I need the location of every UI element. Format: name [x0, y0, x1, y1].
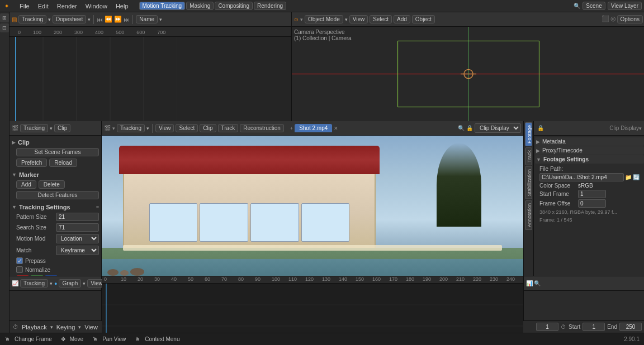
playback-editor-icon: ⏱ [13, 324, 18, 330]
clip-tab-close[interactable]: ✕ [334, 126, 338, 131]
sidebar-icon-1[interactable]: ⊞ [0, 13, 9, 22]
dopesheet-ruler: 0 100 200 300 400 500 600 700 [10, 27, 291, 37]
cv-clip-menu[interactable]: Clip [200, 124, 216, 132]
tracking-dropdown[interactable]: Tracking [18, 15, 46, 23]
clip-section-header[interactable]: ▶ Clip [12, 138, 99, 147]
dope-icon-next2[interactable]: ⏩ [114, 16, 122, 23]
playback-menu-btn[interactable]: Playback [21, 323, 48, 331]
menu-window[interactable]: Window [82, 2, 111, 11]
clip-tab-add[interactable]: + [290, 126, 293, 131]
tracking-settings-header[interactable]: ▼ Tracking Settings ≡ [12, 203, 99, 212]
stab-tabs-bar: Footage Track Stabilization Annotation [523, 121, 533, 276]
reload-btn[interactable]: Reload [49, 159, 77, 167]
end-frame-pb-input[interactable] [619, 323, 642, 331]
add-menu-btn[interactable]: Add [394, 15, 410, 23]
stab-tab-stabilization[interactable]: Stabilization [525, 166, 532, 199]
dope-icon-next[interactable]: ⏭ [124, 16, 130, 23]
cv-view-menu[interactable]: View [155, 124, 174, 132]
dope-icon-prev[interactable]: ⏮ [97, 16, 103, 23]
object-mode-btn[interactable]: Object Mode [305, 15, 343, 23]
svg-rect-19 [102, 284, 523, 333]
start-frame-pb-input[interactable] [583, 323, 605, 331]
view-menu-pb-btn[interactable]: View [83, 323, 99, 331]
stab-tab-track[interactable]: Track [525, 147, 532, 165]
menu-file[interactable]: File [16, 2, 34, 11]
dopesheet-arrow: ▾ [88, 17, 91, 22]
object-menu-btn[interactable]: Object [412, 15, 435, 23]
clip-display-dropdown[interactable]: Clip Display [475, 123, 521, 133]
detect-features-row: Detect Features [16, 190, 99, 200]
scene-name[interactable]: Scene [583, 2, 605, 10]
gr-130: 130 [322, 276, 339, 282]
select-menu-btn[interactable]: Select [370, 15, 392, 23]
status-bar: 🖱 Change Frame ✥ Move 🖱 Pan View 🖱 Conte… [0, 333, 644, 345]
clip-tracking-label[interactable]: Tracking [117, 124, 145, 132]
pb-timer-icon[interactable]: ⏱ [561, 324, 566, 330]
gr-icon1[interactable]: 📊 [526, 280, 533, 286]
gr-140: 140 [339, 276, 356, 282]
pattern-size-input[interactable] [56, 213, 99, 221]
end-label: End [607, 324, 617, 330]
file-browse-icon[interactable]: 📁 [625, 174, 632, 180]
motion-mod-select[interactable]: Location [56, 234, 99, 243]
cv-sep1 [152, 124, 153, 133]
view-layer[interactable]: View Layer [608, 2, 642, 10]
footage-settings-header[interactable]: ▼ Footage Settings [535, 155, 644, 164]
set-scene-frames-btn[interactable]: Set Scene Frames [16, 148, 99, 156]
workspace-compositing[interactable]: Compositing [215, 2, 253, 10]
menu-render[interactable]: Render [53, 2, 81, 11]
clip-viewport: 🎬 ▾ Tracking ▾ View Select Clip Track Re… [102, 121, 523, 276]
frame-offset-input[interactable] [578, 199, 606, 208]
workspace-masking[interactable]: Masking [186, 2, 214, 10]
current-frame-input[interactable] [536, 323, 558, 331]
stab-tab-annotation[interactable]: Annotation [525, 200, 532, 230]
cv-reconstruction-menu[interactable]: Reconstruction [240, 124, 284, 132]
delete-marker-btn[interactable]: Delete [39, 180, 65, 189]
keying-menu-btn[interactable]: Keying [55, 323, 77, 331]
prepass-checkbox[interactable]: ✓ [16, 257, 23, 264]
file-reload-icon[interactable]: 🔄 [633, 174, 640, 180]
vp-overlay-icon[interactable]: ◎ [610, 15, 616, 23]
start-frame-input[interactable] [578, 190, 606, 198]
cv-track-menu[interactable]: Track [218, 124, 239, 132]
proxy-header[interactable]: ▶ Proxy/Timecode [535, 146, 644, 155]
match-select[interactable]: Keyframe [56, 246, 99, 255]
cv-zoom-icon[interactable]: 🔍 [458, 125, 465, 131]
workspace-motion-tracking[interactable]: Motion Tracking [139, 2, 186, 10]
menu-edit[interactable]: Edit [34, 2, 53, 11]
gr-icon2[interactable]: 🔍 [534, 280, 541, 286]
gr-160: 160 [372, 276, 389, 282]
marker-section-header[interactable]: ▼ Marker [12, 170, 99, 179]
stab-tab-footage[interactable]: Footage [525, 122, 532, 146]
graph-tracking-label[interactable]: Tracking [20, 279, 48, 288]
cv-select-menu[interactable]: Select [176, 124, 198, 132]
start-frame-label: Start Frame [539, 191, 576, 197]
clip-tab-shot2[interactable]: Shot 2.mp4 [295, 124, 332, 132]
view-menu-btn[interactable]: View [349, 15, 368, 23]
dope-name-filter[interactable]: Name [136, 15, 158, 23]
dope-icon-prev2[interactable]: ⏪ [105, 16, 112, 23]
cv-lock-icon[interactable]: 🔒 [466, 125, 473, 131]
add-marker-btn[interactable]: Add [16, 180, 36, 189]
options-btn[interactable]: Options [617, 15, 643, 23]
search-size-input[interactable] [56, 223, 99, 232]
clip-tracking-dropdown[interactable]: Tracking [20, 124, 48, 132]
dopesheet-type[interactable]: Dopesheet [53, 15, 86, 23]
ts-options-icon[interactable]: ≡ [96, 204, 99, 210]
workspace-rendering[interactable]: Rendering [254, 2, 286, 10]
vp-shading-icon[interactable]: ⬛ [602, 15, 609, 23]
menu-help[interactable]: Help [112, 2, 132, 11]
proxy-label: Proxy/Timecode [542, 147, 583, 154]
cr-lock-icon[interactable]: 🔒 [537, 125, 544, 131]
file-path-input[interactable] [539, 173, 624, 181]
normalize-checkbox[interactable] [16, 266, 23, 273]
graph-label[interactable]: Graph [59, 279, 81, 288]
center-area: ▤ Tracking ▾ Dopesheet ▾ ⏮ ⏪ ⏩ ⏭ Name ▾ [10, 12, 644, 333]
clip-btn[interactable]: Clip [54, 124, 70, 132]
detect-features-btn[interactable]: Detect Features [16, 191, 99, 199]
playback-arrow: ▾ [50, 324, 53, 330]
metadata-header[interactable]: ▶ Metadata [535, 137, 644, 146]
prefetch-btn[interactable]: Prefetch [16, 159, 47, 167]
sidebar-icon-2[interactable]: ⊡ [0, 23, 9, 32]
search-size-row: Search Size [16, 222, 99, 233]
